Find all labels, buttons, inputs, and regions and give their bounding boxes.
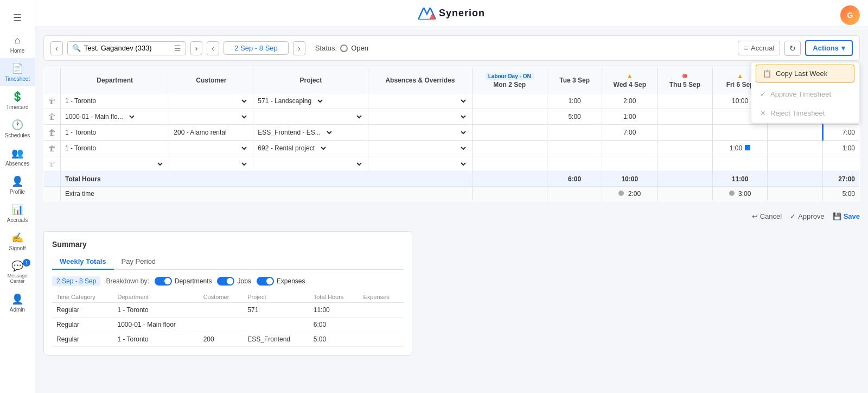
row5-department-select[interactable] bbox=[65, 160, 164, 168]
date-range-button[interactable]: 2 Sep - 8 Sep bbox=[224, 41, 289, 55]
row4-absence-select[interactable] bbox=[373, 144, 467, 153]
cancel-button[interactable]: ↩ Cancel bbox=[752, 212, 782, 220]
row3-thu[interactable] bbox=[658, 125, 713, 141]
row2-department-select[interactable] bbox=[125, 112, 136, 121]
accruals-icon: 📊 bbox=[11, 204, 23, 215]
row1-project-select[interactable] bbox=[314, 97, 324, 105]
date-next-button[interactable]: › bbox=[293, 41, 305, 55]
sidebar: ☰ ⌂ Home 📄 Timesheet 💲 Timecard 🕐 Schedu… bbox=[0, 0, 35, 393]
row3-absence-select[interactable] bbox=[373, 128, 467, 137]
row2-project-select[interactable] bbox=[258, 112, 363, 121]
timesheet-table: Department Customer Project Absences & O… bbox=[43, 67, 860, 201]
search-icon: 🔍 bbox=[72, 44, 81, 52]
delete-row-3-button[interactable]: 🗑 bbox=[48, 128, 56, 137]
table-row: 🗑 1 - Toronto 571 - Landscaping 1:00 2:0… bbox=[44, 93, 860, 109]
tab-weekly-totals[interactable]: Weekly Totals bbox=[52, 254, 114, 270]
list-item: Regular 1000-01 - Main floor 6:00 bbox=[52, 318, 404, 332]
delete-row-4-button[interactable]: 🗑 bbox=[48, 144, 56, 153]
absences-icon: 👥 bbox=[11, 147, 23, 159]
search-box[interactable]: 🔍 Test, Gagandev (333) ☰ bbox=[67, 41, 186, 55]
sidebar-item-message-center[interactable]: 💬 1 Message Center bbox=[0, 256, 35, 289]
nav-forward-button[interactable]: › bbox=[190, 41, 203, 55]
approve-button[interactable]: ✓ Approve bbox=[790, 212, 824, 220]
sidebar-item-accruals[interactable]: 📊 Accruals bbox=[0, 199, 35, 227]
row4-sat[interactable] bbox=[768, 141, 823, 156]
row4-wed[interactable] bbox=[602, 141, 658, 156]
row2-tue[interactable]: 5:00 bbox=[547, 109, 602, 125]
date-prev-button[interactable]: ‹ bbox=[207, 41, 219, 55]
row4-fri[interactable]: 1:00 bbox=[712, 141, 768, 156]
delete-row-1-button[interactable]: 🗑 bbox=[48, 97, 56, 105]
row5-project-select[interactable] bbox=[258, 160, 363, 168]
row3-tue[interactable] bbox=[547, 125, 602, 141]
header-tue: Tue 3 Sep bbox=[547, 68, 602, 93]
row3-project-select[interactable] bbox=[323, 128, 334, 137]
sidebar-item-absences[interactable]: 👥 Absences bbox=[0, 143, 35, 171]
row5-sat[interactable] bbox=[768, 156, 823, 172]
extra-wed: 2:00 bbox=[602, 187, 658, 201]
reject-icon: ✕ bbox=[760, 109, 766, 117]
row5-customer-select[interactable] bbox=[174, 160, 248, 168]
extra-label: Extra time bbox=[61, 187, 473, 201]
jobs-toggle[interactable] bbox=[217, 277, 234, 286]
user-avatar[interactable]: G bbox=[840, 5, 860, 25]
expenses-toggle[interactable] bbox=[257, 277, 274, 286]
row4-project-select[interactable] bbox=[317, 144, 328, 153]
row5-tue[interactable] bbox=[547, 156, 602, 172]
row3-sat[interactable] bbox=[768, 125, 823, 141]
row2-wed[interactable]: 1:00 bbox=[602, 109, 658, 125]
sidebar-item-schedules[interactable]: 🕐 Schedules bbox=[0, 115, 35, 143]
main-content: ‹ 🔍 Test, Gagandev (333) ☰ › ‹ 2 Sep - 8… bbox=[35, 27, 868, 393]
copy-last-week-item[interactable]: 📋 Copy Last Week bbox=[756, 65, 854, 83]
row2-customer-select[interactable] bbox=[174, 112, 248, 121]
row4-tue[interactable] bbox=[547, 141, 602, 156]
row1-thu[interactable] bbox=[658, 93, 713, 109]
hamburger-menu[interactable]: ☰ bbox=[7, 5, 28, 30]
accrual-button[interactable]: ≡ Accrual bbox=[738, 41, 780, 55]
save-button[interactable]: 💾 Save bbox=[833, 212, 860, 220]
row1-mon[interactable] bbox=[472, 93, 547, 109]
summary-row2-hours: 6:00 bbox=[309, 318, 359, 332]
row5-thu[interactable] bbox=[658, 156, 713, 172]
row2-mon[interactable] bbox=[472, 109, 547, 125]
actions-button[interactable]: Actions ▾ bbox=[805, 40, 853, 56]
reject-timesheet-item: ✕ Reject Timesheet bbox=[751, 104, 859, 123]
row1-absence-select[interactable] bbox=[373, 97, 467, 105]
row4-thu[interactable] bbox=[658, 141, 713, 156]
refresh-button[interactable]: ↻ bbox=[784, 41, 801, 56]
row1-wed[interactable]: 2:00 bbox=[602, 93, 658, 109]
message-icon: 💬 bbox=[11, 260, 23, 272]
sidebar-item-admin[interactable]: 👤 Admin bbox=[0, 289, 35, 317]
row1-tue[interactable]: 1:00 bbox=[547, 93, 602, 109]
row2-thu[interactable] bbox=[658, 109, 713, 125]
row4-customer-select[interactable] bbox=[174, 144, 248, 153]
departments-toggle[interactable] bbox=[155, 277, 172, 286]
sidebar-item-home[interactable]: ⌂ Home bbox=[0, 30, 35, 58]
row4-mon[interactable] bbox=[472, 141, 547, 156]
tab-pay-period[interactable]: Pay Period bbox=[114, 254, 164, 270]
extra-thu bbox=[658, 187, 713, 201]
extra-wed-indicator bbox=[618, 191, 624, 196]
row3-mon[interactable] bbox=[472, 125, 547, 141]
table-row: 🗑 1 - Toronto 692 - Rental project bbox=[44, 141, 860, 156]
approve-icon: ✓ bbox=[760, 90, 766, 98]
row5-mon[interactable] bbox=[472, 156, 547, 172]
col-department: Department bbox=[113, 291, 199, 303]
search-input[interactable]: Test, Gagandev (333) bbox=[84, 44, 171, 52]
sidebar-item-timecard[interactable]: 💲 Timecard bbox=[0, 86, 35, 115]
row5-absence-select[interactable] bbox=[373, 160, 467, 168]
sidebar-item-signoff[interactable]: ✍ Signoff bbox=[0, 227, 35, 256]
delete-row-2-button[interactable]: 🗑 bbox=[48, 112, 56, 121]
prev-page-button[interactable]: ‹ bbox=[50, 41, 63, 55]
row3-wed[interactable]: 7:00 bbox=[602, 125, 658, 141]
row5-wed[interactable] bbox=[602, 156, 658, 172]
row5-fri[interactable] bbox=[712, 156, 768, 172]
row3-fri[interactable] bbox=[712, 125, 768, 141]
row2-absence-select[interactable] bbox=[373, 112, 467, 121]
delete-row-5-button[interactable]: 🗑 bbox=[48, 160, 56, 168]
total-hours-row: Total Hours 6:00 10:00 11:00 27:00 bbox=[44, 172, 860, 187]
sidebar-item-profile[interactable]: 👤 Profile bbox=[0, 171, 35, 199]
filter-icon[interactable]: ☰ bbox=[174, 44, 181, 53]
row1-customer-select[interactable] bbox=[174, 97, 248, 105]
sidebar-item-timesheet[interactable]: 📄 Timesheet bbox=[0, 58, 35, 86]
